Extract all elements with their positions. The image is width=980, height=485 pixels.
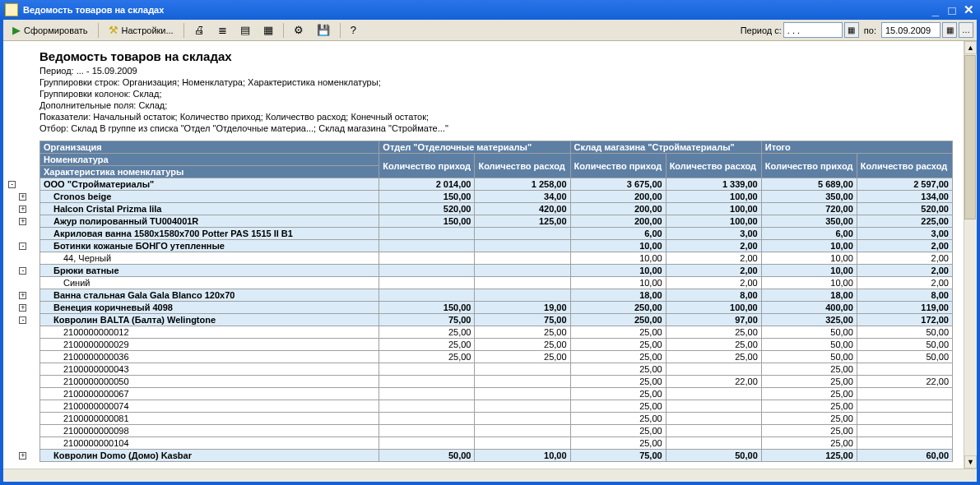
minimize-button[interactable]: _ <box>927 2 944 18</box>
cell-value: 134,00 <box>857 191 952 203</box>
period-to-calendar-button[interactable]: ▦ <box>942 22 957 38</box>
header-qty-in-2: Количество приход <box>570 154 666 178</box>
cell-value: 10,00 <box>761 277 857 289</box>
expand-icon[interactable]: + <box>19 452 26 460</box>
row-name: Акриловая ванна 1580x1580x700 Potter PAS… <box>40 228 379 240</box>
table-row[interactable]: Ботинки кожаные БОНГО утепленные10,002,0… <box>40 240 953 252</box>
cell-value <box>379 240 475 252</box>
maximize-button[interactable]: □ <box>944 2 960 18</box>
cell-value: 1 258,00 <box>475 178 570 191</box>
scroll-up-button[interactable]: ▲ <box>964 41 977 54</box>
settings-button[interactable]: ⚒Настройки... <box>103 21 179 39</box>
expand-icon[interactable]: + <box>19 218 26 225</box>
period-to-input[interactable]: 15.09.2009 <box>881 22 941 38</box>
cell-value <box>857 388 952 400</box>
cell-value: 25,00 <box>570 339 666 351</box>
cell-value <box>475 376 570 388</box>
table-row[interactable]: 210000000010425,0025,00 <box>40 437 953 450</box>
cell-value <box>857 425 952 437</box>
cell-value <box>857 413 952 425</box>
generate-button[interactable]: ▶Сформировать <box>7 21 94 39</box>
table-row[interactable]: ООО "Стройматериалы"2 014,001 258,003 67… <box>40 178 953 191</box>
expand-icon[interactable]: + <box>19 292 26 299</box>
period-ellipsis-button[interactable]: … <box>959 22 973 38</box>
table-row[interactable]: 210000000005025,0022,0025,0022,00 <box>40 376 953 388</box>
table-row[interactable]: Ковролин BALTA (Балта) Welingtone75,0075… <box>40 314 953 326</box>
expand-icon[interactable]: + <box>19 206 26 213</box>
tree-gutter: -+++--++-+ <box>7 141 39 462</box>
period-from-calendar-button[interactable]: ▦ <box>844 22 859 38</box>
cell-value: 250,00 <box>570 314 666 326</box>
cell-value: 520,00 <box>379 203 475 215</box>
table-row[interactable]: Ажур полированный TU004001R150,00125,002… <box>40 215 953 228</box>
help-button[interactable]: ? <box>345 21 362 39</box>
table-row[interactable]: 210000000002925,0025,0025,0025,0050,0050… <box>40 339 953 351</box>
cell-value: 6,00 <box>570 228 666 240</box>
cell-value: 25,00 <box>761 376 857 388</box>
scroll-down-button[interactable]: ▼ <box>964 455 977 469</box>
row-name: Ванна стальная Gala Gala Blanco 120x70 <box>40 289 379 302</box>
scroll-thumb[interactable] <box>964 55 976 219</box>
collapse-icon[interactable]: - <box>19 316 26 324</box>
table-row[interactable]: 44, Черный10,002,0010,002,00 <box>40 252 953 265</box>
vertical-scrollbar[interactable]: ▲ ▼ <box>964 41 977 469</box>
cell-value <box>379 376 475 388</box>
period-from-input[interactable]: . . . <box>783 22 843 38</box>
report-workspace: Ведомость товаров на складах Период: ...… <box>3 41 977 482</box>
report-metrics: Показатели: Начальный остаток; Количеств… <box>39 111 968 122</box>
expand-icon[interactable]: + <box>19 193 26 201</box>
cell-value: 10,00 <box>761 265 857 277</box>
toolbar-icon-4[interactable]: ▦ <box>258 21 279 39</box>
table-row[interactable]: Cronos beige150,0034,00200,00100,00350,0… <box>40 191 953 203</box>
cell-value <box>379 363 475 376</box>
table-row[interactable]: 210000000007425,0025,00 <box>40 400 953 413</box>
cell-value: 25,00 <box>666 351 761 363</box>
cell-value <box>666 363 761 376</box>
cell-value: 50,00 <box>666 450 761 462</box>
header-qty-in-1: Количество приход <box>379 154 475 178</box>
cell-value: 25,00 <box>570 326 666 339</box>
table-row[interactable]: Синий10,002,0010,002,00 <box>40 277 953 289</box>
cell-value: 25,00 <box>570 388 666 400</box>
close-button[interactable]: ✕ <box>960 2 977 18</box>
table-row[interactable]: Акриловая ванна 1580x1580x700 Potter PAS… <box>40 228 953 240</box>
table-row[interactable]: Halcon Cristal Prizma lila520,00420,0020… <box>40 203 953 215</box>
collapse-icon[interactable]: - <box>19 267 26 275</box>
table-row[interactable]: 210000000008125,0025,00 <box>40 413 953 425</box>
table-row[interactable]: Венеция коричневый 4098150,0019,00250,00… <box>40 302 953 314</box>
table-row[interactable]: 210000000004325,0025,00 <box>40 363 953 376</box>
toolbar-icon-3[interactable]: ▤ <box>235 21 256 39</box>
cell-value: 200,00 <box>570 191 666 203</box>
table-row[interactable]: 210000000009825,0025,00 <box>40 425 953 437</box>
toolbar-icon-5[interactable]: ⚙ <box>288 21 309 39</box>
cell-value: 3 675,00 <box>570 178 666 191</box>
table-row[interactable]: 210000000006725,0025,00 <box>40 388 953 400</box>
window-title: Ведомость товаров на складах <box>23 5 164 15</box>
toolbar-icon-1[interactable]: 🖨 <box>188 21 211 39</box>
expand-icon[interactable]: + <box>19 304 26 312</box>
table-row[interactable]: Ковролин Domo (Домо) Kasbar50,0010,0075,… <box>40 450 953 462</box>
period-from-label: Период с: <box>741 25 782 35</box>
table-row[interactable]: 210000000001225,0025,0025,0025,0050,0050… <box>40 326 953 339</box>
row-name: ООО "Стройматериалы" <box>40 178 379 191</box>
table-row[interactable]: Брюки ватные10,002,0010,002,00 <box>40 265 953 277</box>
cell-value: 60,00 <box>857 450 952 462</box>
cell-value <box>857 400 952 413</box>
table-row[interactable]: Ванна стальная Gala Gala Blanco 120x7018… <box>40 289 953 302</box>
collapse-icon[interactable]: - <box>19 242 26 250</box>
cell-value: 200,00 <box>570 203 666 215</box>
cell-value <box>475 400 570 413</box>
cell-value: 75,00 <box>379 314 475 326</box>
row-name: 44, Черный <box>40 252 379 265</box>
cell-value: 10,00 <box>570 240 666 252</box>
toolbar-icon-2[interactable]: ≣ <box>212 21 233 39</box>
collapse-icon[interactable]: - <box>8 181 16 188</box>
cell-value <box>475 240 570 252</box>
cell-value <box>666 425 761 437</box>
cell-value <box>475 228 570 240</box>
toolbar-icon-6[interactable]: 💾 <box>311 21 336 39</box>
table-row[interactable]: 210000000003625,0025,0025,0025,0050,0050… <box>40 351 953 363</box>
report-viewport[interactable]: Ведомость товаров на складах Период: ...… <box>3 41 977 482</box>
cell-value: 250,00 <box>570 302 666 314</box>
horizontal-scrollbar[interactable] <box>3 469 977 482</box>
